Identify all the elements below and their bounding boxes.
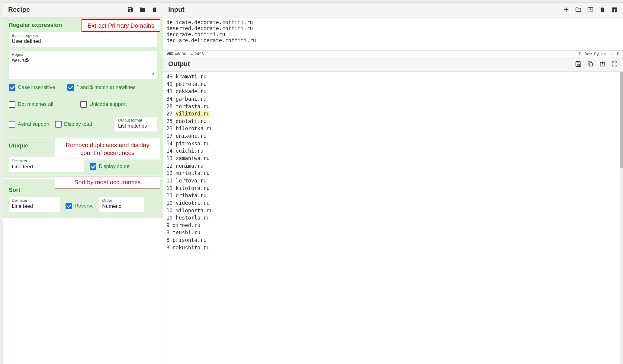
maximize-icon[interactable] xyxy=(611,61,618,67)
folder-icon[interactable] xyxy=(139,6,146,13)
output-line: 25 goolati.ru xyxy=(166,118,620,125)
chk-reverse[interactable]: Reverse xyxy=(66,203,94,209)
field-label: Delimiter xyxy=(12,198,57,203)
recipe-header: Recipe xyxy=(3,2,163,17)
checkbox-icon xyxy=(55,121,62,128)
save-icon[interactable] xyxy=(575,61,582,67)
export-icon[interactable] xyxy=(599,61,606,67)
checkbox-icon xyxy=(67,84,74,91)
output-line: 9 giroed.ru xyxy=(166,222,620,229)
field-value: Line feed xyxy=(12,164,81,170)
output-title: Output xyxy=(168,60,190,68)
output-line: 17 unixoni.ru xyxy=(166,132,620,140)
scrollbar-thumb[interactable] xyxy=(620,72,623,168)
op-regular-expression: Regular expression Extract Primary Domai… xyxy=(3,17,163,138)
chk-unicode-support[interactable]: Unicode support xyxy=(80,101,127,108)
annotation-sort: Sort by most occurences xyxy=(55,176,160,188)
svg-rect-4 xyxy=(577,64,579,66)
status-value: LF xyxy=(614,52,619,56)
output-format-field[interactable]: Output format List matches xyxy=(115,117,157,131)
copy-icon[interactable] xyxy=(587,61,594,67)
output-line: 10 videotri.ru xyxy=(166,199,620,207)
trash-icon[interactable] xyxy=(151,6,158,13)
chk-newlines[interactable]: ^ and $ match at newlines xyxy=(67,84,136,91)
sort-delimiter-field[interactable]: Delimiter Line feed xyxy=(9,197,60,212)
chk-label: Display count xyxy=(99,163,130,169)
trash-icon[interactable] xyxy=(599,6,606,13)
chk-case-insensitive[interactable]: Case insensitive xyxy=(9,84,55,91)
output-line: 27 vilitord.ru xyxy=(166,110,620,118)
chk-label: Unicode support xyxy=(89,101,127,107)
output-header: Output xyxy=(163,57,623,72)
chk-display-count[interactable]: Display count xyxy=(90,163,130,170)
checkbox-icon xyxy=(66,203,72,209)
builtin-regex-field[interactable]: Built in regexes User defined xyxy=(9,32,157,47)
output-line: 8 prisonta.ru xyxy=(166,236,620,244)
output-line: 10 miloporta.ru xyxy=(166,207,620,214)
input-title: Input xyxy=(168,6,185,14)
checkbox-icon xyxy=(80,101,87,108)
input-textarea[interactable]: delicate.decorate.coffiti.ru deserted.de… xyxy=(163,17,623,51)
eol-toggle[interactable]: ↤LF xyxy=(610,52,619,56)
op-sort: Sort by most occurences Sort Delimiter L… xyxy=(3,179,163,218)
regex-textarea[interactable] xyxy=(12,57,154,75)
output-line: 11 gribata.ru xyxy=(166,192,620,199)
output-line: 28 torfasta.ru xyxy=(166,103,620,110)
save-icon[interactable] xyxy=(127,6,134,13)
layout-icon[interactable] xyxy=(611,6,618,13)
field-label: Regex xyxy=(12,52,154,57)
svg-rect-1 xyxy=(612,8,617,9)
svg-rect-3 xyxy=(615,9,617,12)
output-line: 12 nonima.ru xyxy=(166,162,620,170)
output-line: 49 kramati.ru xyxy=(166,73,620,81)
output-line: 13 zamaniwa.ru xyxy=(166,155,620,162)
output-line: 10 hustorla.ru xyxy=(166,214,620,222)
chk-label: Case insensitive xyxy=(18,84,55,90)
checkbox-icon xyxy=(9,121,15,128)
line-count: ≡2495 xyxy=(191,52,204,56)
output-line: 11 lortova.ru xyxy=(166,177,620,185)
folder-open-icon[interactable] xyxy=(575,6,582,13)
annotation-extract: Extract Primary Domains xyxy=(82,19,160,32)
svg-rect-5 xyxy=(589,63,592,66)
output-line: 34 garbani.ru xyxy=(166,95,620,103)
status-value: 48890 xyxy=(175,52,186,56)
sort-order-field[interactable]: Order Numeric xyxy=(99,197,144,212)
field-value: Line feed xyxy=(12,203,57,209)
output-line: 14 ouichi.ru xyxy=(166,147,620,155)
checkbox-icon xyxy=(9,101,15,108)
chk-label: Display total xyxy=(64,121,92,127)
import-icon[interactable] xyxy=(587,6,594,13)
input-status-bar: ABC48890 ≡2495 TTRaw Bytes ↤LF xyxy=(163,51,623,57)
chk-label: Reverse xyxy=(75,203,94,209)
chk-label: Astral support xyxy=(18,121,50,127)
encoding-toggle[interactable]: TTRaw Bytes xyxy=(578,51,606,56)
regex-field[interactable]: Regex xyxy=(9,51,157,79)
recipe-title: Recipe xyxy=(8,6,30,14)
output-line: 23 bilorotka.ru xyxy=(166,125,620,132)
chk-label: Dot matches all xyxy=(18,101,53,107)
recipe-body: Regular expression Extract Primary Domai… xyxy=(3,17,163,364)
field-label: Delimiter xyxy=(12,159,81,163)
output-area[interactable]: 49 kramati.ru41 potroka.ru41 dokkade.ru3… xyxy=(163,72,623,364)
output-line: 8 teushi.ru xyxy=(166,229,620,236)
annotation-unique: Remove duplicates and display count of o… xyxy=(55,139,160,159)
output-line: 41 potroka.ru xyxy=(166,81,620,88)
unique-delimiter-field[interactable]: Delimiter Line feed xyxy=(9,157,84,172)
op-unique: Unique Remove duplicates and display cou… xyxy=(3,138,163,179)
output-line: 14 pitroksa.ru xyxy=(166,140,620,147)
output-line: 11 kilotora.ru xyxy=(166,185,620,192)
output-line: 41 dokkade.ru xyxy=(166,88,620,95)
input-header: Input xyxy=(163,2,623,17)
plus-icon[interactable] xyxy=(563,6,570,13)
chk-dot-matches-all[interactable]: Dot matches all xyxy=(9,101,53,108)
checkbox-icon xyxy=(9,84,15,91)
char-count: ABC48890 xyxy=(167,52,186,56)
field-value: List matches xyxy=(118,123,154,129)
field-value: Numeric xyxy=(102,203,141,209)
field-label: Output format xyxy=(118,118,154,122)
chk-astral-support[interactable]: Astral support xyxy=(9,121,50,128)
field-label: Built in regexes xyxy=(12,33,154,38)
status-value: Raw Bytes xyxy=(585,52,606,56)
chk-display-total[interactable]: Display total xyxy=(55,121,92,128)
